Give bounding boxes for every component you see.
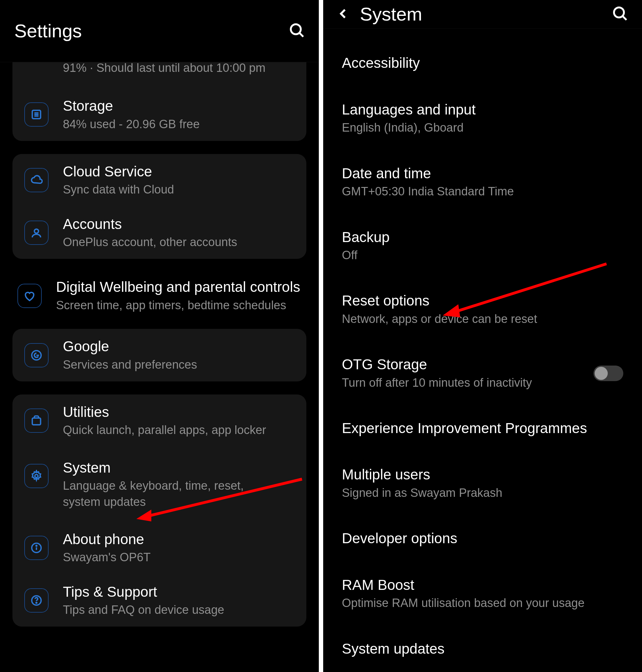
list-item-experience-improvement[interactable]: Experience Improvement Programmes [342, 405, 623, 452]
svg-point-10 [35, 474, 38, 477]
gear-icon [24, 464, 49, 488]
list-item-tips-support[interactable]: Tips & Support Tips and FAQ on device us… [12, 574, 306, 627]
list-item-subtitle: Quick launch, parallel apps, app locker [63, 422, 266, 438]
list-item-google[interactable]: Google Services and preferences [12, 329, 306, 381]
list-item-subtitle: Swayam's OP6T [63, 550, 151, 565]
list-item-utilities[interactable]: Utilities Quick launch, parallel apps, a… [12, 395, 306, 447]
cloud-icon [24, 168, 49, 192]
list-item-subtitle: Optimise RAM utilisation based on your u… [342, 595, 623, 611]
heart-icon [17, 284, 42, 308]
google-icon [24, 343, 49, 367]
storage-icon [24, 102, 49, 127]
svg-point-15 [36, 602, 37, 603]
settings-card-google: Google Services and preferences [12, 329, 306, 381]
list-item-subtitle: 84% used - 20.96 GB free [63, 116, 200, 132]
svg-point-13 [36, 545, 37, 546]
list-item-digital-wellbeing[interactable]: Digital Wellbeing and parental controls … [12, 269, 306, 322]
settings-header: Settings [0, 0, 319, 62]
help-icon [24, 588, 49, 612]
list-item-backup[interactable]: Backup Off [342, 214, 623, 278]
list-item-subtitle: OnePlus account, other accounts [63, 234, 237, 250]
system-content: Accessibility Languages and input Englis… [323, 29, 642, 672]
settings-card-cloud-accounts: Cloud Service Sync data with Cloud Accou… [12, 154, 306, 259]
list-item-title: Accounts [63, 215, 237, 233]
info-icon [24, 536, 49, 560]
settings-card-system-group: Utilities Quick launch, parallel apps, a… [12, 395, 306, 627]
list-item-subtitle: 91% · Should last until about 10:00 pm [63, 62, 266, 75]
list-item-accounts[interactable]: Accounts OnePlus account, other accounts [12, 207, 306, 259]
list-item-storage[interactable]: Storage 84% used - 20.96 GB free [12, 88, 306, 141]
list-item-title: Utilities [63, 403, 266, 421]
list-item-otg-storage[interactable]: OTG Storage Turn off after 10 minutes of… [342, 341, 623, 405]
list-item-subtitle: Turn off after 10 minutes of inactivity [342, 375, 581, 391]
list-item-subtitle: Language & keyboard, time, reset, system… [63, 478, 274, 510]
list-item-subtitle: Services and preferences [63, 357, 197, 373]
list-item-title: Backup [342, 228, 623, 246]
settings-content: 91% · Should last until about 10:00 pm S… [0, 62, 319, 672]
list-item-subtitle: Sync data with Cloud [63, 182, 174, 198]
account-icon [24, 221, 49, 245]
pane-divider [319, 0, 323, 672]
list-item-reset-options[interactable]: Reset options Network, apps or device ca… [342, 277, 623, 341]
list-item-title: Google [63, 338, 197, 356]
list-item-cloud-service[interactable]: Cloud Service Sync data with Cloud [12, 154, 306, 207]
list-item-subtitle: GMT+05:30 India Standard Time [342, 184, 623, 199]
system-pane: System Accessibility Languages and input… [323, 0, 642, 672]
svg-rect-9 [33, 418, 41, 425]
list-item-about-phone[interactable]: About phone Swayam's OP6T [12, 522, 306, 574]
list-item-title: System updates [342, 640, 623, 658]
page-title: System [360, 3, 422, 25]
list-item-languages-input[interactable]: Languages and input English (India), Gbo… [342, 87, 623, 150]
list-item-title: Reset options [342, 292, 623, 310]
list-item-title: Accessibility [342, 54, 623, 72]
svg-point-6 [34, 229, 38, 233]
search-icon[interactable] [613, 6, 628, 23]
list-item-system[interactable]: System Language & keyboard, time, reset,… [12, 447, 306, 522]
list-item-multiple-users[interactable]: Multiple users Signed in as Swayam Praka… [342, 451, 623, 515]
list-item-ram-boost[interactable]: RAM Boost Optimise RAM utilisation based… [342, 562, 623, 625]
list-item-developer-options[interactable]: Developer options [342, 515, 623, 562]
svg-point-0 [291, 24, 301, 34]
list-item-title: Digital Wellbeing and parental controls [56, 278, 300, 296]
page-title: Settings [14, 20, 82, 42]
list-item-title: System [63, 459, 274, 477]
list-item-subtitle: Screen time, app timers, bedtime schedul… [56, 298, 300, 313]
otg-storage-toggle[interactable] [593, 366, 623, 381]
settings-pane: Settings 91% · Should last until about 1… [0, 0, 319, 672]
list-item-title: About phone [63, 530, 151, 549]
list-item-title: Date and time [342, 164, 623, 183]
list-item-accessibility[interactable]: Accessibility [342, 40, 623, 87]
list-item-title: Tips & Support [63, 583, 224, 601]
list-item-title: Cloud Service [63, 163, 174, 181]
utilities-icon [24, 408, 49, 433]
system-header: System [323, 0, 642, 29]
list-item-title: RAM Boost [342, 576, 623, 594]
svg-line-1 [299, 33, 303, 37]
list-item-title: Multiple users [342, 466, 623, 484]
back-icon[interactable] [337, 8, 349, 21]
list-item-title: Developer options [342, 529, 623, 548]
list-item-title: OTG Storage [342, 356, 581, 374]
settings-card-battery-storage: 91% · Should last until about 10:00 pm S… [12, 62, 306, 141]
list-item-subtitle: Signed in as Swayam Prakash [342, 485, 623, 501]
list-item-date-time[interactable]: Date and time GMT+05:30 India Standard T… [342, 150, 623, 214]
list-item-subtitle: Off [342, 247, 623, 263]
list-item-subtitle: English (India), Gboard [342, 120, 623, 136]
list-item-battery[interactable]: 91% · Should last until about 10:00 pm [12, 62, 306, 88]
list-item-subtitle: Network, apps or device can be reset [342, 311, 623, 327]
svg-line-19 [623, 16, 627, 20]
list-item-title: Experience Improvement Programmes [342, 419, 623, 437]
list-item-subtitle: Tips and FAQ on device usage [63, 602, 224, 618]
svg-point-18 [614, 8, 624, 17]
list-item-system-updates[interactable]: System updates [342, 625, 623, 672]
list-item-title: Languages and input [342, 101, 623, 119]
list-item-title: Storage [63, 97, 200, 115]
search-icon[interactable] [290, 23, 305, 39]
